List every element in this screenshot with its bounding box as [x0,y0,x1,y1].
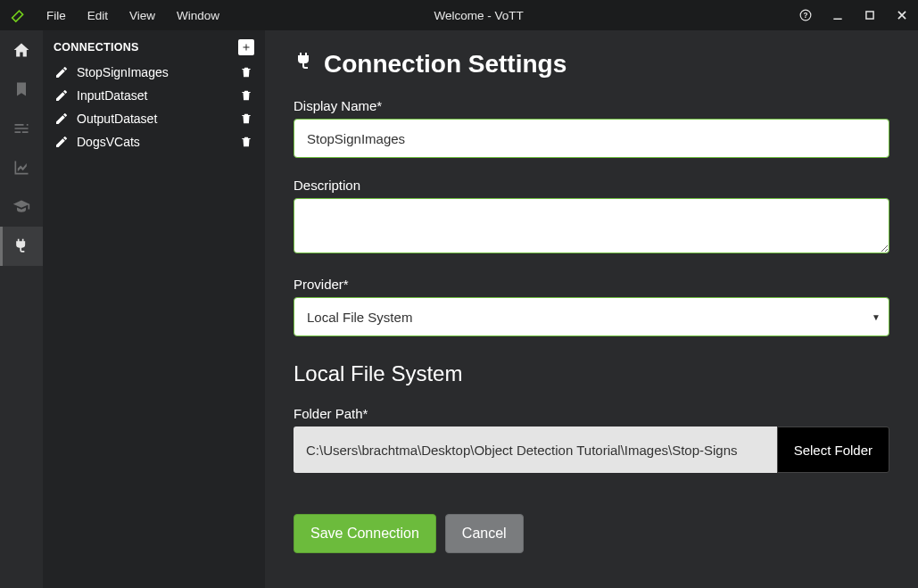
delete-icon[interactable] [238,87,254,104]
save-button[interactable]: Save Connection [294,514,436,553]
provider-label: Provider* [294,277,889,292]
panel-title: CONNECTIONS [54,41,139,54]
connection-label: InputDataset [77,88,231,103]
delete-icon[interactable] [238,111,254,127]
display-name-label: Display Name* [294,98,889,113]
maximize-icon[interactable] [854,0,886,30]
folder-path-label: Folder Path* [294,406,889,421]
app-logo [0,0,36,30]
section-title: Local File System [294,361,889,386]
close-icon[interactable] [886,0,918,30]
nav-graduation[interactable] [0,187,43,227]
delete-icon[interactable] [238,64,254,80]
svg-rect-2 [833,19,841,20]
menu-bar: File Edit View Window [36,0,230,30]
menu-window[interactable]: Window [166,0,230,30]
edit-icon [54,111,70,127]
menu-view[interactable]: View [119,0,166,30]
description-input[interactable] [294,198,889,253]
edit-icon [54,87,70,104]
nav-connections[interactable] [0,227,43,266]
folder-path-input[interactable] [294,427,777,473]
help-icon[interactable]: ? [790,0,822,30]
plug-icon [294,50,315,79]
menu-edit[interactable]: Edit [77,0,119,30]
page-title: Connection Settings [294,50,889,79]
svg-text:?: ? [804,12,808,20]
cancel-button[interactable]: Cancel [445,514,524,553]
svg-rect-3 [866,12,873,19]
select-folder-button[interactable]: Select Folder [777,427,889,473]
connection-item[interactable]: OutputDataset [43,107,265,130]
connection-label: DogsVCats [77,135,231,149]
display-name-input[interactable] [294,119,889,158]
provider-select[interactable]: Local File System [294,297,889,336]
window-title: Welcome - VoTT [230,9,790,22]
connection-item[interactable]: InputDataset [43,84,265,107]
connection-item[interactable]: StopSignImages [43,61,265,84]
delete-icon[interactable] [238,134,254,150]
edit-icon [54,64,70,80]
menu-file[interactable]: File [36,0,77,30]
nav-chart[interactable] [0,148,43,187]
connection-label: OutputDataset [77,112,231,126]
minimize-icon[interactable] [822,0,854,30]
nav-rail [0,30,43,588]
add-connection-button[interactable] [238,39,254,55]
description-label: Description [294,178,889,193]
connection-item[interactable]: DogsVCats [43,130,265,153]
connection-label: StopSignImages [77,65,231,79]
edit-icon [54,134,70,150]
nav-sliders[interactable] [0,109,43,148]
nav-bookmark[interactable] [0,70,43,109]
nav-home[interactable] [0,30,43,70]
